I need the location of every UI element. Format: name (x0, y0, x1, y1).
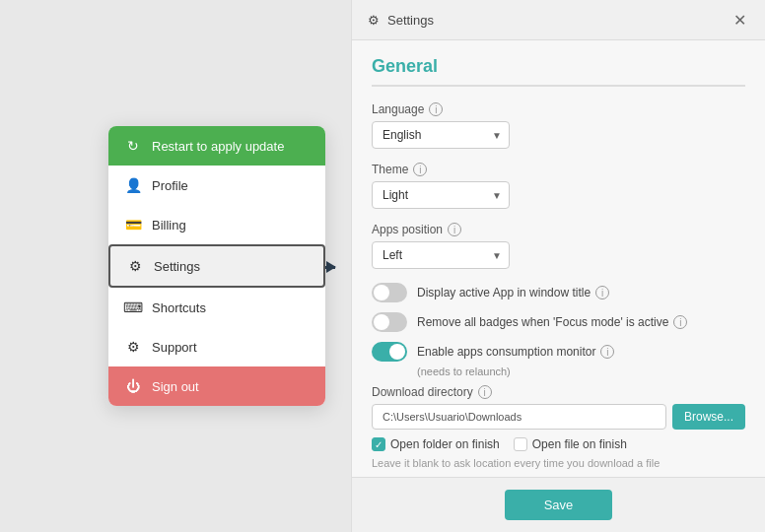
left-panel: ↻ Restart to apply update 👤 Profile 💳 Bi… (0, 0, 345, 532)
settings-footer: Save (352, 477, 765, 532)
billing-icon: 💳 (124, 217, 142, 233)
theme-select-wrapper: Light Dark System ▼ (372, 181, 510, 209)
menu-item-billing[interactable]: 💳 Billing (108, 205, 325, 244)
menu-item-profile[interactable]: 👤 Profile (108, 166, 325, 205)
support-label: Support (152, 340, 197, 355)
remove-badges-info-icon[interactable]: i (673, 315, 687, 329)
settings-icon: ⚙ (126, 258, 144, 274)
language-select-wrapper: English Spanish French ▼ (372, 121, 510, 149)
toggle-apps-consumption-label: Enable apps consumption monitor i (417, 345, 614, 359)
shortcuts-label: Shortcuts (152, 300, 206, 315)
open-file-label: Open file on finish (532, 437, 627, 451)
apps-position-select-wrapper: Left Right Top Bottom ▼ (372, 241, 510, 269)
toggle-apps-consumption-row: Enable apps consumption monitor i (372, 342, 745, 362)
toggle-knob (374, 285, 389, 300)
open-folder-item: ✓ Open folder on finish (372, 437, 500, 451)
settings-panel: ⚙ Settings ✕ General Language i English … (351, 0, 765, 532)
download-directory-label: Download directory i (372, 385, 745, 399)
download-dir-row: Browse... (372, 404, 745, 430)
apps-position-select[interactable]: Left Right Top Bottom (372, 241, 510, 269)
shortcuts-icon: ⌨ (124, 299, 142, 315)
download-path-input[interactable] (372, 404, 666, 430)
language-select[interactable]: English Spanish French (372, 121, 510, 149)
toggle-remove-badges-label: Remove all badges when 'Focus mode' is a… (417, 315, 687, 329)
billing-label: Billing (152, 218, 186, 233)
menu-item-restart[interactable]: ↻ Restart to apply update (108, 126, 325, 166)
open-file-checkbox[interactable] (514, 437, 527, 451)
download-info-icon[interactable]: i (478, 385, 492, 399)
signout-label: Sign out (152, 379, 199, 394)
support-icon: ⚙ (124, 339, 142, 355)
theme-group: Theme i Light Dark System ▼ (372, 163, 745, 209)
toggle-display-active-app-label: Display active App in window title i (417, 286, 609, 299)
section-title: General (372, 56, 745, 87)
language-group: Language i English Spanish French ▼ (372, 102, 745, 149)
download-hint: Leave it blank to ask location every tim… (372, 457, 745, 469)
signout-icon: ⏻ (124, 378, 142, 394)
settings-window-title: Settings (387, 13, 434, 28)
toggle-knob-2 (374, 314, 389, 330)
toggle-display-active-app-row: Display active App in window title i (372, 283, 745, 302)
menu-item-signout[interactable]: ⏻ Sign out (108, 366, 325, 406)
browse-button[interactable]: Browse... (672, 404, 745, 430)
menu-item-support[interactable]: ⚙ Support (108, 327, 325, 366)
settings-label: Settings (154, 259, 200, 274)
apps-consumption-info-icon[interactable]: i (600, 345, 614, 359)
settings-gear-icon: ⚙ (368, 13, 380, 28)
settings-content: General Language i English Spanish Frenc… (352, 40, 765, 477)
toggle-apps-consumption[interactable] (372, 342, 407, 362)
open-folder-label: Open folder on finish (390, 437, 500, 451)
menu-item-settings[interactable]: ⚙ Settings (108, 244, 325, 288)
settings-title: ⚙ Settings (368, 13, 434, 28)
toggle-remove-badges[interactable] (372, 312, 407, 332)
apps-position-group: Apps position i Left Right Top Bottom ▼ (372, 223, 745, 269)
display-active-info-icon[interactable]: i (595, 286, 609, 299)
apps-consumption-note: (needs to relaunch) (417, 366, 745, 377)
save-button[interactable]: Save (505, 490, 613, 520)
restart-icon: ↻ (124, 138, 142, 154)
open-file-item: Open file on finish (514, 437, 627, 451)
profile-label: Profile (152, 178, 188, 193)
theme-select[interactable]: Light Dark System (372, 181, 510, 209)
toggle-display-active-app[interactable] (372, 283, 407, 302)
open-folder-checkbox[interactable]: ✓ (372, 437, 385, 451)
theme-label: Theme i (372, 163, 745, 176)
dropdown-menu: ↻ Restart to apply update 👤 Profile 💳 Bi… (108, 126, 325, 406)
restart-label: Restart to apply update (152, 139, 284, 154)
theme-info-icon[interactable]: i (413, 163, 427, 176)
toggle-remove-badges-row: Remove all badges when 'Focus mode' is a… (372, 312, 745, 332)
language-label: Language i (372, 102, 745, 116)
language-info-icon[interactable]: i (429, 102, 443, 116)
apps-position-info-icon[interactable]: i (448, 223, 461, 236)
apps-position-label: Apps position i (372, 223, 745, 236)
profile-icon: 👤 (124, 177, 142, 193)
toggle-knob-3 (389, 344, 405, 360)
menu-item-shortcuts[interactable]: ⌨ Shortcuts (108, 288, 325, 327)
settings-header: ⚙ Settings ✕ (352, 0, 765, 40)
close-button[interactable]: ✕ (730, 10, 749, 30)
download-directory-group: Download directory i Browse... ✓ Open fo… (372, 385, 745, 469)
checkbox-row: ✓ Open folder on finish Open file on fin… (372, 437, 745, 451)
